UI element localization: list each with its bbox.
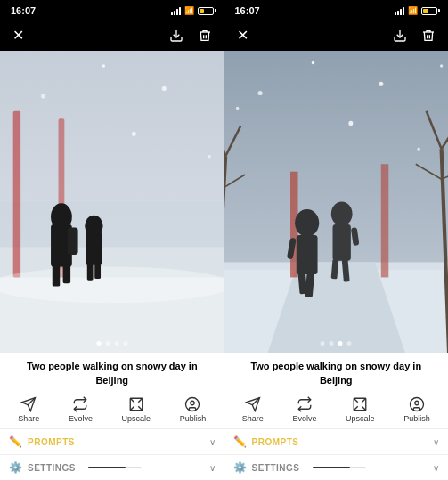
snowy-scene-left (0, 51, 224, 353)
share-icon-right (245, 396, 261, 412)
svg-point-85 (415, 401, 419, 405)
prompts-section-right: ✏️ PROMPTS ∨ (224, 428, 449, 454)
publish-action-left[interactable]: Publish (180, 396, 207, 423)
svg-rect-16 (94, 264, 101, 279)
share-action-right[interactable]: Share (242, 396, 264, 423)
publish-action-right[interactable]: Publish (403, 396, 430, 423)
toolbar-right-buttons-right (391, 27, 437, 45)
prompts-row-right[interactable]: ✏️ PROMPTS ∨ (224, 428, 449, 454)
upscale-icon-left (128, 396, 144, 412)
evolve-label-right: Evolve (292, 414, 316, 423)
battery-icon-left (198, 7, 214, 15)
delete-button-right[interactable] (419, 27, 437, 45)
prompts-left-left: ✏️ PROMPTS (9, 435, 75, 448)
publish-icon-left (184, 396, 200, 412)
svg-rect-11 (53, 265, 60, 287)
settings-row-left[interactable]: ⚙️ SETTINGS ∨ (0, 454, 224, 480)
upscale-action-right[interactable]: Upscale (346, 396, 375, 423)
dot-2-left (105, 341, 110, 346)
snowy-scene-right (224, 51, 449, 353)
action-row-left: Share Evolve Upscale (0, 393, 224, 428)
publish-label-left: Publish (180, 414, 207, 423)
upscale-label-right: Upscale (346, 414, 375, 423)
prompts-section-left: ✏️ PROMPTS ∨ (0, 428, 224, 454)
prompts-row-left[interactable]: ✏️ PROMPTS ∨ (0, 428, 224, 454)
share-action-left[interactable]: Share (18, 396, 39, 423)
dot-2-right (330, 341, 334, 346)
caption-area-left: Two people walking on snowy day in Beiji… (0, 353, 224, 393)
svg-point-77 (348, 121, 353, 126)
prompts-title-left: PROMPTS (28, 437, 75, 447)
settings-left-right: ⚙️ SETTINGS (233, 461, 373, 474)
settings-progress-right (313, 467, 366, 468)
status-time-right: 16:07 (235, 5, 260, 16)
svg-point-74 (439, 64, 442, 67)
caption-text-right: Two people walking on snowy day in Beiji… (235, 360, 438, 387)
svg-rect-10 (68, 227, 78, 255)
upscale-label-left: Upscale (122, 414, 151, 423)
settings-icon-left: ⚙️ (9, 461, 22, 474)
right-panel: 16:07 📶 ✕ (224, 0, 449, 480)
svg-point-20 (102, 64, 105, 67)
download-button-left[interactable] (167, 27, 185, 45)
svg-point-72 (311, 61, 314, 64)
battery-icon-right (421, 7, 437, 15)
delete-button-left[interactable] (196, 27, 214, 45)
svg-point-9 (51, 203, 72, 231)
publish-icon-right (409, 396, 425, 412)
prompts-left-right: ✏️ PROMPTS (233, 435, 299, 448)
dot-3-left (114, 341, 118, 346)
toolbar-right: ✕ (224, 20, 449, 51)
close-button-left[interactable]: ✕ (11, 25, 26, 45)
toolbar-left-buttons: ✕ (11, 25, 26, 45)
upscale-action-left[interactable]: Upscale (122, 396, 151, 423)
signal-icon-right (395, 6, 404, 15)
signal-icon-left (171, 6, 181, 15)
image-area-left (0, 51, 224, 353)
svg-point-31 (191, 401, 195, 405)
dot-1-right (321, 341, 325, 346)
svg-point-30 (186, 398, 200, 411)
dot-4-left (123, 341, 127, 346)
prompts-title-right: PROMPTS (252, 437, 299, 447)
wifi-icon-left: 📶 (184, 6, 194, 15)
download-button-right[interactable] (391, 27, 409, 45)
settings-progress-left (88, 467, 142, 468)
svg-point-21 (162, 86, 167, 91)
chevron-settings-right: ∨ (433, 463, 439, 473)
share-label-left: Share (18, 414, 39, 423)
status-icons-right: 📶 (395, 6, 437, 15)
svg-point-7 (0, 267, 224, 304)
wifi-icon-right: 📶 (408, 6, 418, 15)
svg-rect-5 (13, 111, 20, 278)
svg-point-73 (379, 82, 383, 86)
pencil-icon-left: ✏️ (9, 435, 22, 448)
dot-3-right (338, 341, 343, 346)
svg-rect-68 (224, 51, 449, 353)
evolve-action-right[interactable]: Evolve (292, 396, 316, 423)
settings-title-left: SETTINGS (28, 463, 76, 473)
caption-area-right: Two people walking on snowy day in Beiji… (224, 353, 449, 393)
svg-point-84 (410, 398, 423, 411)
toolbar-left: ✕ (0, 20, 224, 51)
svg-point-71 (257, 91, 262, 95)
share-icon-left (20, 396, 37, 412)
share-label-right: Share (242, 414, 264, 423)
toolbar-left-buttons-right: ✕ (235, 25, 250, 45)
dot-1-left (96, 341, 101, 346)
svg-rect-15 (87, 264, 94, 281)
pencil-icon-right: ✏️ (233, 435, 247, 448)
publish-label-right: Publish (403, 414, 430, 423)
svg-rect-3 (0, 202, 224, 278)
evolve-action-left[interactable]: Evolve (69, 396, 93, 423)
pagination-dots-right (321, 341, 352, 346)
svg-point-26 (208, 155, 210, 158)
chevron-settings-left: ∨ (209, 463, 216, 473)
svg-point-25 (132, 132, 136, 136)
settings-icon-right: ⚙️ (233, 461, 247, 474)
close-button-right[interactable]: ✕ (235, 25, 250, 45)
settings-row-right[interactable]: ⚙️ SETTINGS ∨ (224, 454, 449, 480)
status-icons-left: 📶 (171, 6, 214, 15)
settings-section-right: ⚙️ SETTINGS ∨ (224, 454, 449, 480)
svg-rect-12 (63, 265, 70, 283)
